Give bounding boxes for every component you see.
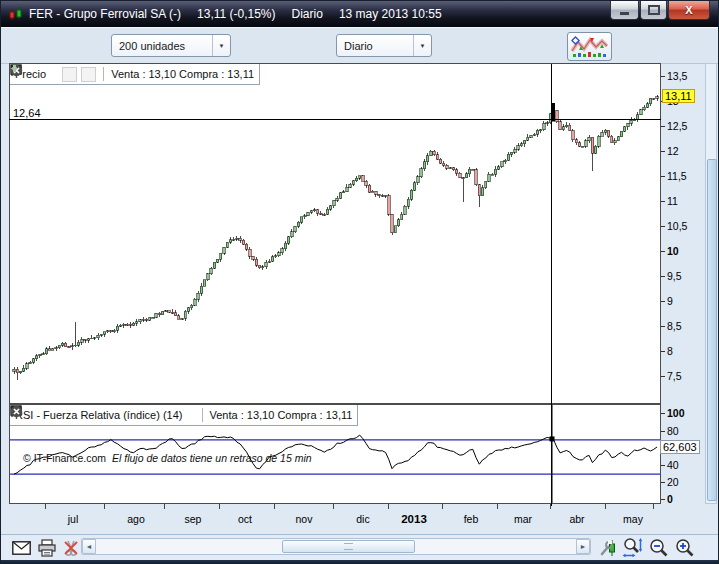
chart-style-icon	[571, 36, 608, 58]
time-axis-tick	[164, 504, 165, 509]
price-axis-tick-label: 10	[661, 245, 679, 257]
time-axis-tick	[605, 504, 606, 509]
candle-wrench-icon	[599, 538, 619, 558]
month-label: dic	[356, 513, 369, 525]
period-dropdown-value: Diario	[337, 40, 413, 52]
price-axis[interactable]: 13,51312,51211,51110,5109,598,587,5	[661, 63, 705, 404]
vertical-scrollbar[interactable]	[705, 63, 717, 504]
adjust-chart-button[interactable]	[597, 537, 621, 558]
price-panel-header: Precio Venta : 13,10 Compra : 13,11	[10, 64, 260, 85]
scroll-left-icon[interactable]: ◄	[82, 539, 96, 554]
time-axis-tick	[219, 504, 220, 509]
last-price-tag: 13,11	[662, 89, 695, 103]
price-chart-panel[interactable]: Precio Venta : 13,10 Compra : 13,11 © IT…	[9, 63, 661, 404]
move-pane-down-icon[interactable]	[62, 67, 77, 82]
price-axis-tick-label: 10,5	[661, 220, 687, 232]
window-bottom-frame	[1, 560, 719, 564]
time-axis[interactable]: julagosepoctnovdic2013febmarabrmay	[9, 504, 717, 532]
rsi-axis[interactable]: 1008040200	[661, 404, 705, 504]
time-axis-tick	[45, 504, 46, 509]
zoom-out-button[interactable]	[647, 537, 671, 558]
bottom-toolbar: ◄ ►	[1, 534, 719, 561]
print-button[interactable]	[35, 537, 59, 558]
window-title: FER - Grupo Ferrovial SA (-) 13,11 (-0,1…	[29, 1, 458, 27]
period-dropdown[interactable]: Diario ▼	[336, 34, 432, 57]
price-axis-tick-label: 11,5	[661, 170, 687, 182]
time-axis-tick	[497, 504, 498, 509]
maximize-icon	[648, 5, 660, 15]
zoom-in-button[interactable]	[673, 537, 697, 558]
header-separator	[202, 408, 203, 422]
price-axis-tick-label: 9,5	[661, 270, 682, 282]
provider-name: © IT-Finance.com	[23, 452, 106, 464]
crosshair-vertical-line	[551, 64, 552, 506]
copyright-notice: © IT-Finance.comEl flujo de datos tiene …	[23, 452, 312, 464]
chevron-down-icon[interactable]: ▼	[212, 35, 230, 56]
title-symbol: FER - Grupo Ferrovial SA (-)	[29, 7, 181, 21]
price-axis-tick-label: 7,5	[661, 370, 682, 382]
price-axis-tick-label: 11	[661, 195, 678, 207]
month-label: ago	[127, 513, 145, 525]
rsi-axis-tick-label: 20	[661, 476, 679, 488]
scroll-right-icon[interactable]: ►	[576, 539, 590, 554]
time-axis-tick	[104, 504, 105, 509]
time-axis-tick	[442, 504, 443, 509]
month-label: nov	[296, 513, 313, 525]
month-label: mar	[514, 513, 532, 525]
app-window: FER - Grupo Ferrovial SA (-) 13,11 (-0,1…	[0, 0, 719, 564]
candlestick-logo-icon	[8, 6, 24, 22]
time-axis-tick	[333, 504, 334, 509]
close-button[interactable]: X	[668, 1, 710, 20]
rsi-panel-header: RSI - Fuerza Relativa (índice) (14) Vent…	[10, 405, 358, 426]
minimize-icon	[620, 12, 629, 15]
rsi-axis-tick-label: 100	[661, 407, 685, 419]
price-axis-tick-label: 8,5	[661, 320, 682, 332]
price-axis-tick-label: 8	[661, 345, 673, 357]
time-axis-tick	[274, 504, 275, 509]
bid-ask-quote: Venta : 13,10 Compra : 13,11	[111, 68, 254, 80]
month-label: oct	[238, 513, 252, 525]
title-datetime: 13 may 2013 10:55	[339, 7, 442, 21]
month-label: jul	[68, 513, 79, 525]
month-label: 2013	[401, 513, 427, 525]
month-label: may	[623, 513, 643, 525]
crosshair-horizontal-line	[9, 119, 661, 120]
rsi-panel-title: RSI - Fuerza Relativa (índice) (14)	[15, 409, 183, 421]
month-label: feb	[464, 513, 479, 525]
scrollbar-grip	[344, 543, 353, 550]
email-icon	[12, 541, 31, 555]
close-icon: X	[685, 4, 692, 16]
rsi-axis-tick-label: 40	[661, 459, 679, 471]
price-axis-tick-label: 12	[661, 145, 679, 157]
month-label: sep	[185, 513, 202, 525]
printer-icon	[37, 539, 57, 557]
maximize-button[interactable]	[640, 1, 667, 20]
email-button[interactable]	[9, 537, 33, 558]
crosshair-price-label: 12,64	[13, 107, 41, 119]
candlestick-chart	[10, 64, 660, 403]
rsi-current-value: 62,603	[660, 440, 700, 454]
header-separator	[103, 67, 104, 81]
rsi-axis-tick-label: 80	[661, 425, 679, 437]
units-dropdown-value: 200 unidades	[112, 40, 212, 52]
time-axis-tick	[388, 504, 389, 509]
scissors-disabled-icon	[62, 539, 80, 557]
title-bar[interactable]: FER - Grupo Ferrovial SA (-) 13,11 (-0,1…	[1, 1, 719, 27]
title-price: 13,11 (-0,15%)	[197, 7, 276, 21]
zoom-fit-icon	[622, 537, 644, 558]
vertical-scrollbar-thumb[interactable]	[707, 159, 717, 501]
chart-style-button[interactable]	[567, 32, 612, 61]
price-axis-tick-label: 9	[661, 295, 673, 307]
title-period: Diario	[292, 7, 323, 21]
cut-disabled-button[interactable]	[59, 537, 83, 558]
horizontal-scrollbar-thumb[interactable]	[282, 540, 415, 553]
horizontal-scrollbar[interactable]: ◄ ►	[81, 538, 591, 555]
zoom-fit-button[interactable]	[621, 537, 645, 558]
units-dropdown[interactable]: 200 unidades ▼	[111, 34, 231, 57]
bid-ask-quote: Venta : 13,10 Compra : 13,11	[210, 409, 353, 421]
price-axis-tick-label: 12,5	[661, 120, 687, 132]
delay-notice: El flujo de datos tiene un retraso de 15…	[112, 452, 312, 464]
chevron-down-icon[interactable]: ▼	[413, 35, 431, 56]
minimize-button[interactable]	[610, 1, 639, 20]
move-pane-up-icon[interactable]	[81, 67, 96, 82]
